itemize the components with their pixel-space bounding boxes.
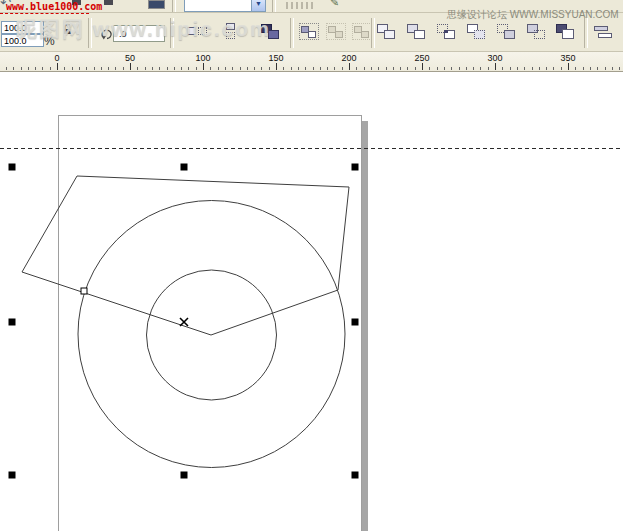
ruler-tick bbox=[35, 67, 36, 70]
selection-handle[interactable] bbox=[352, 319, 359, 326]
selection-handle[interactable] bbox=[181, 472, 188, 479]
save-icon[interactable] bbox=[72, 0, 81, 5]
app-window: ↶ ▼ ✎ % 05010015 bbox=[0, 0, 623, 531]
ruler-tick bbox=[291, 67, 292, 70]
ruler-tick bbox=[108, 67, 109, 70]
ruler-tick bbox=[415, 67, 416, 70]
selection-handle[interactable] bbox=[9, 164, 16, 171]
ruler-tick bbox=[188, 67, 189, 70]
ruler-tick bbox=[334, 67, 335, 70]
back-minus-front-icon[interactable] bbox=[526, 22, 548, 41]
property-bar-separator bbox=[290, 18, 294, 48]
ruler-tick bbox=[94, 67, 95, 70]
ruler-tick bbox=[495, 63, 496, 70]
simplify-icon[interactable] bbox=[466, 22, 488, 41]
ruler-tick bbox=[466, 67, 467, 70]
ruler-tick bbox=[261, 67, 262, 70]
ruler-tick bbox=[21, 67, 22, 70]
ruler-tick bbox=[546, 67, 547, 70]
ruler-tick bbox=[459, 67, 460, 70]
drawing-canvas[interactable] bbox=[0, 72, 623, 531]
ruler-tick bbox=[619, 67, 620, 70]
ruler-label: 300 bbox=[487, 53, 502, 63]
ruler-tick bbox=[364, 67, 365, 70]
rotation-angle-field[interactable] bbox=[113, 25, 165, 42]
ruler-tick bbox=[313, 67, 314, 70]
ruler-tick bbox=[532, 67, 533, 70]
ruler-tick bbox=[349, 63, 350, 70]
ungroup-all-icon bbox=[351, 22, 373, 41]
ruler-tick bbox=[6, 67, 7, 70]
selection-handle[interactable] bbox=[352, 164, 359, 171]
weld-icon[interactable] bbox=[376, 22, 398, 41]
mirror-horizontal-icon[interactable] bbox=[186, 22, 208, 41]
selected-polygon[interactable] bbox=[22, 176, 349, 335]
horizontal-ruler[interactable]: 050100150200250300350 bbox=[0, 52, 623, 72]
ruler-tick bbox=[57, 63, 58, 70]
lock-ratio-icon[interactable] bbox=[62, 21, 73, 39]
ruler-tick bbox=[356, 67, 357, 70]
ruler-tick bbox=[254, 67, 255, 70]
ruler-tick bbox=[130, 63, 131, 70]
ruler-tick bbox=[400, 67, 401, 70]
import-icon[interactable] bbox=[148, 0, 165, 9]
chevron-down-icon[interactable]: ▼ bbox=[251, 0, 265, 11]
ruler-tick bbox=[123, 67, 124, 70]
ruler-label: 350 bbox=[560, 53, 575, 63]
pen-settings-icon[interactable]: ✎ bbox=[330, 0, 339, 9]
ruler-tick bbox=[203, 63, 204, 70]
curve-node[interactable] bbox=[81, 288, 87, 294]
selection-handle[interactable] bbox=[352, 472, 359, 479]
ruler-tick bbox=[320, 67, 321, 70]
ruler-tick bbox=[510, 67, 511, 70]
toolbar-separator bbox=[272, 0, 276, 12]
ungroup-icon bbox=[325, 22, 347, 41]
selection-handle[interactable] bbox=[181, 164, 188, 171]
selection-handle[interactable] bbox=[9, 319, 16, 326]
ruler-tick bbox=[283, 67, 284, 70]
ruler-tick bbox=[240, 67, 241, 70]
intersect-icon[interactable] bbox=[436, 22, 458, 41]
ruler-tick bbox=[524, 67, 525, 70]
property-bar-separator bbox=[170, 18, 174, 48]
ruler-tick bbox=[480, 67, 481, 70]
ruler-tick bbox=[79, 67, 80, 70]
ruler-tick bbox=[568, 63, 569, 70]
mirror-vertical-icon[interactable] bbox=[220, 22, 242, 41]
to-front-icon[interactable] bbox=[260, 22, 282, 41]
outer-circle[interactable] bbox=[78, 201, 345, 468]
zoom-level-combo[interactable]: ▼ bbox=[184, 0, 266, 12]
ruler-tick bbox=[422, 63, 423, 70]
print-icon[interactable] bbox=[104, 0, 113, 5]
ruler-tick bbox=[225, 67, 226, 70]
ruler-label: 50 bbox=[125, 53, 135, 63]
rotation-icon bbox=[99, 26, 113, 44]
trim-icon[interactable] bbox=[406, 22, 428, 41]
toolbar-top: ↶ ▼ ✎ bbox=[0, 0, 623, 13]
ruler-tick bbox=[386, 67, 387, 70]
front-minus-back-icon[interactable] bbox=[496, 22, 518, 41]
ruler-tick bbox=[174, 67, 175, 70]
create-boundary-icon[interactable] bbox=[555, 22, 577, 41]
ruler-tick bbox=[393, 67, 394, 70]
ruler-tick bbox=[232, 67, 233, 70]
ruler-label: 100 bbox=[195, 53, 210, 63]
ruler-tick bbox=[444, 67, 445, 70]
ruler-tick bbox=[342, 67, 343, 70]
align-distribute-icon[interactable] bbox=[592, 22, 614, 41]
selection-handle[interactable] bbox=[9, 472, 16, 479]
ruler-tick bbox=[276, 63, 277, 70]
scale-vertical-field[interactable] bbox=[1, 34, 44, 47]
scale-horizontal-field[interactable] bbox=[1, 21, 44, 34]
ruler-tick bbox=[473, 67, 474, 70]
group-icon[interactable] bbox=[298, 22, 320, 41]
ruler-tick bbox=[553, 67, 554, 70]
ruler-tick bbox=[488, 67, 489, 70]
ruler-tick bbox=[42, 67, 43, 70]
property-bar-separator bbox=[88, 18, 92, 48]
undo-icon[interactable]: ↶ bbox=[0, 0, 11, 10]
ruler-tick bbox=[590, 67, 591, 70]
property-bar-separator bbox=[371, 18, 375, 48]
ruler-tick bbox=[539, 67, 540, 70]
selection-center-mark[interactable] bbox=[180, 318, 188, 326]
